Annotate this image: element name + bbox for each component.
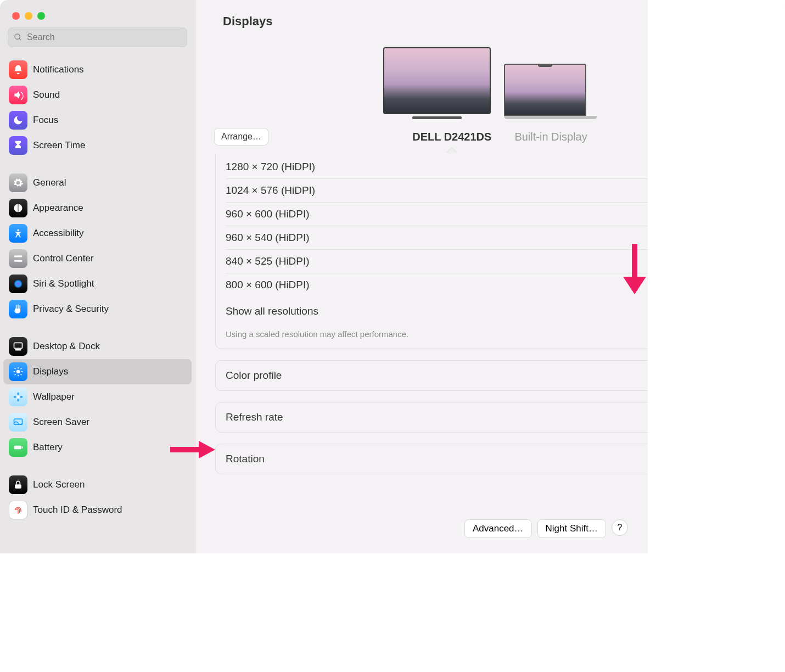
svg-rect-24 [14, 446, 21, 450]
sidebar-item-general[interactable]: General [3, 170, 192, 195]
siri-icon [9, 275, 27, 293]
sidebar-item-label: Siri & Spotlight [33, 278, 94, 289]
sidebar-item-label: Appearance [33, 203, 83, 214]
sidebar-item-notifications[interactable]: Notifications [3, 57, 192, 82]
sidebar-item-lock-screen[interactable]: Lock Screen [3, 472, 192, 497]
moon-icon [9, 111, 27, 130]
dock-icon [9, 337, 27, 356]
sidebar-item-label: Screen Time [33, 140, 85, 151]
sidebar-item-label: Desktop & Dock [33, 341, 100, 352]
sidebar-item-label: Control Center [33, 253, 94, 264]
svg-rect-4 [14, 255, 23, 257]
sidebar-item-siri-spotlight[interactable]: Siri & Spotlight [3, 271, 192, 296]
display-tab-builtin[interactable]: Built-in Display [514, 131, 587, 143]
advanced-button[interactable]: Advanced… [464, 519, 532, 538]
svg-rect-26 [15, 484, 21, 489]
sidebar-item-wallpaper[interactable]: Wallpaper [3, 384, 192, 410]
sidebar-item-desktop-dock[interactable]: Desktop & Dock [3, 334, 192, 359]
sidebar-item-label: Sound [33, 89, 60, 100]
svg-point-18 [17, 396, 20, 399]
accessibility-icon [9, 224, 27, 243]
sidebar-item-label: Focus [33, 115, 58, 126]
screensaver-icon [9, 413, 27, 432]
svg-point-0 [15, 34, 20, 39]
fullscreen-window-button[interactable] [37, 12, 45, 20]
svg-point-20 [17, 399, 19, 401]
sidebar-item-label: Accessibility [33, 228, 84, 239]
sidebar-item-label: Battery [33, 442, 63, 453]
svg-line-16 [15, 374, 16, 376]
svg-point-6 [14, 280, 23, 288]
color-profile-label: Color profile [226, 369, 282, 382]
sidebar-item-label: General [33, 177, 66, 188]
svg-rect-25 [22, 446, 23, 448]
hourglass-icon [9, 136, 27, 155]
sidebar-item-sound[interactable]: Sound [3, 82, 192, 108]
window-controls [0, 0, 195, 20]
sidebar-item-label: Lock Screen [33, 479, 85, 490]
external-display-preview[interactable] [383, 47, 491, 119]
rotation-label: Rotation [226, 453, 265, 465]
search-input[interactable] [27, 32, 181, 42]
svg-line-14 [15, 368, 16, 369]
builtin-display-preview[interactable] [504, 64, 597, 119]
blank-region-bottom [0, 553, 785, 672]
search-field[interactable] [8, 27, 187, 47]
svg-line-1 [19, 38, 21, 40]
sidebar-item-control-center[interactable]: Control Center [3, 246, 192, 271]
refresh-rate-label: Refresh rate [226, 411, 283, 423]
svg-line-17 [21, 368, 22, 369]
sidebar-item-label: Displays [33, 366, 68, 377]
sidebar-item-label: Privacy & Security [33, 304, 109, 315]
appearance-icon [9, 199, 27, 217]
night-shift-button[interactable]: Night Shift… [537, 519, 606, 538]
search-icon [14, 33, 23, 42]
svg-rect-8 [15, 349, 21, 351]
brightness-icon [9, 362, 27, 381]
svg-point-3 [17, 229, 19, 231]
svg-marker-34 [623, 277, 646, 294]
bell-icon [9, 60, 27, 79]
speaker-icon [9, 86, 27, 104]
annotation-arrow-right [170, 439, 215, 461]
sidebar-item-focus[interactable]: Focus [3, 108, 192, 133]
battery-icon [9, 438, 27, 457]
controls-icon [9, 249, 27, 268]
svg-rect-5 [14, 260, 23, 262]
sidebar-item-touch-id-password[interactable]: Touch ID & Password [3, 497, 192, 523]
svg-point-19 [17, 393, 19, 395]
svg-rect-7 [14, 343, 23, 348]
fingerprint-icon [9, 501, 27, 519]
hand-icon [9, 300, 27, 318]
sidebar-item-displays[interactable]: Displays [3, 359, 192, 384]
gear-icon [9, 173, 27, 192]
svg-point-21 [14, 396, 16, 397]
close-window-button[interactable] [12, 12, 20, 20]
show-all-resolutions-label: Show all resolutions [226, 305, 318, 317]
sidebar-item-label: Notifications [33, 64, 84, 75]
sidebar-item-label: Wallpaper [33, 391, 75, 402]
sidebar-item-screen-saver[interactable]: Screen Saver [3, 410, 192, 435]
sidebar-item-privacy-security[interactable]: Privacy & Security [3, 296, 192, 322]
sidebar-item-accessibility[interactable]: Accessibility [3, 221, 192, 246]
sidebar-item-battery[interactable]: Battery [3, 435, 192, 460]
svg-line-15 [21, 374, 22, 376]
sidebar-item-label: Touch ID & Password [33, 505, 122, 516]
svg-point-22 [20, 396, 23, 397]
flower-icon [9, 388, 27, 406]
lock-icon [9, 475, 27, 494]
minimize-window-button[interactable] [25, 12, 32, 20]
display-tab-external[interactable]: DELL D2421DS [412, 131, 491, 143]
svg-point-9 [16, 370, 20, 374]
sidebar-item-screen-time[interactable]: Screen Time [3, 133, 192, 158]
arrange-button[interactable]: Arrange… [214, 128, 268, 145]
sidebar: NotificationsSoundFocusScreen Time Gener… [0, 0, 195, 553]
sidebar-item-appearance[interactable]: Appearance [3, 195, 192, 221]
sidebar-item-label: Screen Saver [33, 417, 89, 428]
svg-marker-36 [199, 441, 215, 458]
help-button[interactable]: ? [612, 519, 628, 536]
